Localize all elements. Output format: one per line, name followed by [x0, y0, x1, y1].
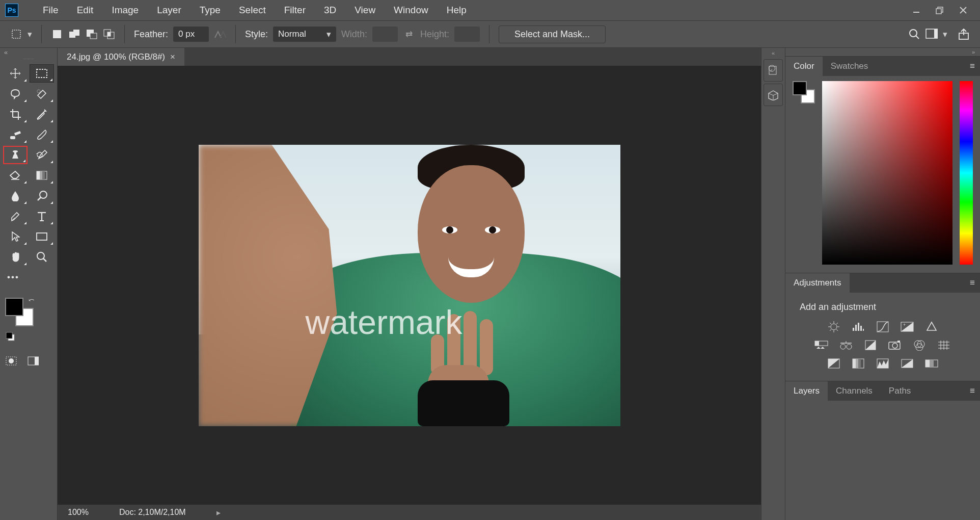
adjustments-panel-menu-icon[interactable]: ≡ [970, 278, 980, 288]
document-tab[interactable]: 24.jpg @ 100% (RGB/8#) × [58, 48, 184, 66]
svg-rect-68 [860, 326, 862, 331]
share-icon[interactable] [958, 28, 970, 40]
selective-color-icon[interactable] [900, 357, 915, 370]
menu-view[interactable]: View [345, 5, 385, 16]
spot-healing-brush-tool[interactable] [3, 125, 28, 144]
menu-image[interactable]: Image [102, 5, 148, 16]
zoom-level[interactable]: 100% [68, 508, 89, 517]
menu-select[interactable]: Select [230, 5, 275, 16]
search-icon[interactable] [908, 28, 920, 40]
menu-bar: Ps File Edit Image Layer Type Select Fil… [0, 0, 980, 20]
svg-line-53 [769, 93, 773, 95]
svg-line-62 [836, 329, 838, 331]
photoshop-logo-icon: Ps [5, 4, 18, 17]
brush-tool[interactable] [30, 125, 54, 144]
svg-rect-34 [37, 171, 40, 179]
hand-tool[interactable] [3, 248, 28, 266]
vibrance-icon[interactable] [924, 321, 939, 333]
paths-tab[interactable]: Paths [881, 381, 919, 401]
workspace-switcher-icon[interactable] [925, 28, 938, 40]
default-colors-icon[interactable] [5, 331, 15, 342]
type-tool[interactable] [30, 207, 54, 225]
select-and-mask-button[interactable]: Select and Mask... [499, 25, 606, 43]
swap-colors-icon[interactable] [26, 298, 34, 305]
hue-slider[interactable] [960, 81, 973, 265]
pen-tool[interactable] [3, 207, 28, 225]
clone-stamp-tool[interactable] [3, 146, 28, 164]
document-size-info[interactable]: Doc: 2,10M/2,10M [119, 508, 186, 517]
zoom-tool[interactable] [30, 248, 54, 266]
selection-add-icon[interactable] [68, 28, 80, 40]
layers-panel-menu-icon[interactable]: ≡ [970, 386, 980, 396]
menu-type[interactable]: Type [190, 5, 230, 16]
gradient-tool[interactable] [30, 166, 54, 185]
edit-toolbar-button[interactable]: ••• [3, 268, 28, 287]
feather-input[interactable]: 0 px [173, 27, 209, 42]
dodge-tool[interactable] [30, 187, 54, 205]
selection-new-icon[interactable] [51, 28, 63, 40]
adjustments-tab[interactable]: Adjustments [785, 273, 850, 293]
style-select[interactable]: Normal [273, 27, 336, 42]
properties-panel-icon[interactable] [764, 84, 783, 106]
window-close-button[interactable] [951, 3, 975, 18]
menu-edit[interactable]: Edit [68, 5, 103, 16]
eyedropper-tool[interactable] [30, 105, 54, 123]
svg-marker-84 [865, 341, 876, 350]
brightness-contrast-icon[interactable] [826, 321, 841, 333]
posterize-icon[interactable] [851, 357, 866, 370]
move-tool[interactable] [3, 64, 28, 83]
channels-tab[interactable]: Channels [828, 381, 881, 401]
hue-saturation-icon[interactable] [814, 339, 829, 351]
document-tab-close-icon[interactable]: × [170, 52, 175, 62]
menu-file[interactable]: File [34, 5, 68, 16]
menu-layer[interactable]: Layer [148, 5, 190, 16]
toolbox-grip[interactable] [0, 56, 57, 61]
color-balance-icon[interactable] [838, 339, 854, 351]
color-panel-fg-bg[interactable] [793, 81, 815, 103]
color-field[interactable] [822, 81, 952, 265]
color-lookup-icon[interactable] [936, 339, 951, 351]
svg-rect-66 [855, 325, 857, 331]
right-panel-expand[interactable] [785, 48, 980, 56]
menu-help[interactable]: Help [438, 5, 476, 16]
rectangular-marquee-tool[interactable] [30, 64, 54, 83]
crop-tool[interactable] [3, 105, 28, 123]
selection-intersect-icon[interactable] [103, 28, 115, 40]
canvas-stage[interactable]: watermark [58, 66, 761, 505]
menu-3d[interactable]: 3D [315, 5, 345, 16]
color-panel-menu-icon[interactable]: ≡ [970, 61, 980, 71]
menu-filter[interactable]: Filter [275, 5, 315, 16]
menu-window[interactable]: Window [385, 5, 438, 16]
black-white-icon[interactable] [863, 339, 878, 351]
threshold-icon[interactable] [875, 357, 890, 370]
levels-icon[interactable] [851, 321, 866, 333]
current-tool-icon[interactable] [10, 28, 22, 40]
history-brush-tool[interactable] [30, 146, 54, 164]
channel-mixer-icon[interactable] [912, 339, 927, 351]
selection-subtract-icon[interactable] [86, 28, 98, 40]
swatches-tab[interactable]: Swatches [823, 57, 877, 76]
svg-point-37 [40, 191, 47, 198]
mini-panel-collapse[interactable]: « [772, 50, 775, 57]
window-minimize-button[interactable] [905, 3, 928, 18]
layers-tab[interactable]: Layers [785, 381, 828, 401]
lasso-tool[interactable] [3, 85, 28, 103]
history-panel-icon[interactable] [764, 59, 783, 82]
color-tab[interactable]: Color [785, 57, 823, 76]
window-restore-button[interactable] [928, 3, 951, 18]
gradient-map-icon[interactable] [924, 357, 939, 370]
eraser-tool[interactable] [3, 166, 28, 185]
screen-mode-button[interactable] [28, 355, 40, 367]
quick-mask-mode-button[interactable] [5, 355, 17, 367]
blur-tool[interactable] [3, 187, 28, 205]
rectangle-tool[interactable] [30, 227, 54, 246]
foreground-background-swatches[interactable] [5, 298, 34, 326]
svg-point-56 [831, 324, 837, 330]
invert-icon[interactable] [826, 357, 841, 370]
path-selection-tool[interactable] [3, 227, 28, 246]
curves-icon[interactable] [875, 321, 890, 333]
photo-filter-icon[interactable] [887, 339, 903, 351]
quick-selection-tool[interactable] [30, 85, 54, 103]
toolbox-collapse-button[interactable] [0, 48, 57, 56]
exposure-icon[interactable]: + [900, 321, 915, 333]
